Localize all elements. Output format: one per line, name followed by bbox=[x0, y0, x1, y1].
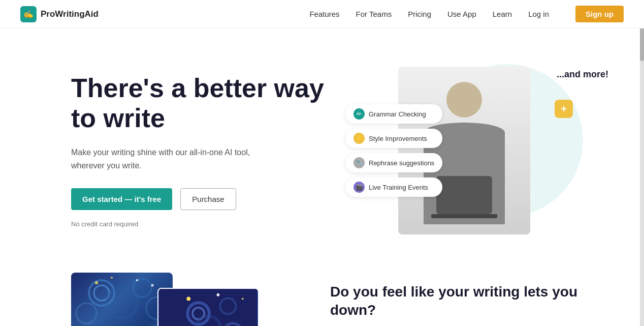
nav-links: Features For Teams Pricing Use App Learn… bbox=[309, 6, 624, 22]
second-right-content: Do you feel like your writing lets you d… bbox=[289, 273, 624, 326]
training-icon: 🎬 bbox=[353, 182, 365, 193]
hero-buttons: Get started — it's free Purchase bbox=[71, 188, 335, 210]
and-more-label: ...and more! bbox=[557, 69, 608, 80]
hero-subtitle: Make your writing shine with our all-in-… bbox=[71, 146, 264, 172]
style-label: Style Improvements bbox=[369, 135, 427, 142]
svg-point-6 bbox=[95, 281, 98, 284]
hero-section: There's a better way to write Make your … bbox=[0, 28, 644, 262]
rephrase-icon: 🔧 bbox=[353, 157, 365, 168]
nav-features[interactable]: Features bbox=[309, 10, 339, 18]
logo-text: ProWritingAid bbox=[41, 9, 99, 19]
second-section: My idea in my head Do you feel like your… bbox=[0, 262, 644, 326]
nav-use-app[interactable]: Use App bbox=[447, 10, 476, 18]
svg-point-3 bbox=[107, 288, 137, 318]
get-started-button[interactable]: Get started — it's free bbox=[71, 188, 172, 210]
nav-pricing[interactable]: Pricing bbox=[408, 10, 431, 18]
pill-rephrase: 🔧 Rephrase suggestions bbox=[345, 153, 442, 172]
svg-point-8 bbox=[111, 277, 113, 279]
nav-login[interactable]: Log in bbox=[528, 10, 549, 18]
rephrase-label: Rephrase suggestions bbox=[369, 159, 434, 167]
front-card-svg bbox=[158, 289, 258, 326]
training-label: Live Training Events bbox=[369, 184, 428, 191]
pill-grammar: ✏ Grammar Checking bbox=[345, 104, 442, 124]
hero-title: There's a better way to write bbox=[71, 73, 335, 134]
pill-style: ⚡ Style Improvements bbox=[345, 129, 442, 148]
purchase-button[interactable]: Purchase bbox=[180, 188, 236, 210]
nav-for-teams[interactable]: For Teams bbox=[356, 10, 392, 18]
no-credit-text: No credit card required bbox=[71, 220, 335, 228]
image-card-front: My idea in my head bbox=[157, 288, 259, 326]
hero-left: There's a better way to write Make your … bbox=[71, 73, 335, 228]
laptop-image bbox=[436, 176, 492, 214]
svg-point-19 bbox=[186, 297, 190, 301]
svg-point-4 bbox=[76, 303, 96, 323]
hero-right: ...and more! + ✏ Grammar Checking ⚡ Styl… bbox=[335, 59, 624, 242]
person-head bbox=[446, 82, 482, 117]
feature-pills: ✏ Grammar Checking ⚡ Style Improvements … bbox=[345, 104, 442, 197]
plus-badge: + bbox=[555, 100, 573, 118]
grammar-label: Grammar Checking bbox=[369, 110, 426, 118]
svg-point-21 bbox=[242, 298, 244, 300]
logo-icon: ✍ bbox=[20, 6, 37, 22]
navbar: ✍ ProWritingAid Features For Teams Prici… bbox=[0, 0, 644, 28]
grammar-icon: ✏ bbox=[353, 108, 365, 120]
pill-training: 🎬 Live Training Events bbox=[345, 177, 442, 197]
style-icon: ⚡ bbox=[353, 133, 365, 144]
svg-point-7 bbox=[136, 279, 138, 281]
second-left-images: My idea in my head bbox=[71, 273, 289, 326]
second-section-title: Do you feel like your writing lets you d… bbox=[330, 283, 624, 320]
svg-point-20 bbox=[216, 293, 219, 297]
nav-learn[interactable]: Learn bbox=[493, 10, 512, 18]
logo-link[interactable]: ✍ ProWritingAid bbox=[20, 6, 99, 22]
svg-point-9 bbox=[151, 284, 154, 287]
signup-button[interactable]: Sign up bbox=[575, 6, 624, 22]
